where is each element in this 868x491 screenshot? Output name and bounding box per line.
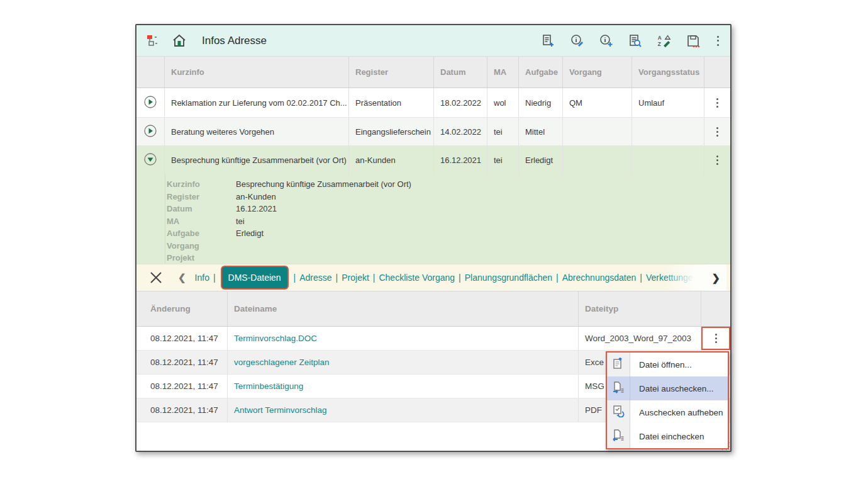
cell-vorgangsstatus: Umlauf — [632, 88, 704, 117]
tab-verkettungen[interactable]: Verkettungen — [646, 273, 698, 283]
infos-table-header: Kurzinfo Register Datum MA Aufgabe Vorga… — [136, 57, 730, 88]
cell-vorgang — [563, 146, 632, 174]
detail-label: Projekt — [136, 253, 236, 262]
add-info-icon[interactable] — [599, 33, 614, 48]
cell-vorgangsstatus — [632, 146, 704, 174]
cell-aenderung: 08.12.2021, 11:47 — [136, 398, 228, 422]
row-detail-panel: KurzinfoBesprechung künftige Zusammenarb… — [136, 174, 730, 264]
menu-item-label: Datei auschecken... — [630, 384, 714, 393]
file-open-icon — [612, 357, 625, 372]
row-actions-icon[interactable] — [714, 125, 721, 139]
file-link[interactable]: vorgeschlagener Zeitplan — [234, 358, 330, 367]
tab-separator: | — [294, 273, 296, 283]
cell-vorgang: QM — [563, 88, 632, 117]
tab-separator: | — [556, 273, 559, 283]
svg-text:A: A — [658, 35, 662, 41]
tab-dms-dateien[interactable]: DMS-Dateien — [221, 266, 289, 290]
files-table-header: Änderung Dateiname Dateityp — [136, 291, 730, 327]
close-icon[interactable] — [147, 268, 165, 287]
row-actions-icon[interactable] — [713, 331, 720, 346]
tab-projekt[interactable]: Projekt — [342, 273, 369, 283]
menu-item-datei-einchecken[interactable]: Datei einchecken — [607, 424, 728, 448]
detail-value: Erledigt — [236, 229, 264, 238]
col-dateiname[interactable]: Dateiname — [228, 291, 579, 327]
menu-item-label: Datei öffnen... — [630, 360, 692, 370]
save-icon[interactable] — [686, 33, 701, 48]
collapse-row-icon[interactable] — [143, 152, 157, 168]
row-actions-icon[interactable] — [714, 96, 721, 110]
col-aenderung[interactable]: Änderung — [136, 291, 228, 327]
cell-datum: 18.02.2022 — [434, 88, 487, 117]
checkout-undo-icon — [612, 405, 625, 420]
detail-label: Vorgang — [136, 241, 236, 251]
col-vorgang[interactable]: Vorgang — [563, 57, 632, 88]
window-titlebar: Infos Adresse — [136, 25, 730, 57]
add-record-icon[interactable] — [541, 33, 556, 48]
cell-register: an-Kunden — [349, 146, 434, 174]
cell-vorgang — [563, 118, 632, 145]
detail-value: tei — [236, 217, 245, 226]
table-row[interactable]: Beratung weiteres Vorgehen Eingangsliefe… — [136, 118, 730, 146]
detail-value: an-Kunden — [236, 192, 276, 201]
row-actions-icon[interactable] — [714, 153, 721, 167]
tab-separator: | — [373, 273, 376, 283]
svg-text:Z: Z — [658, 41, 661, 47]
cell-kurzinfo: Reklamation zur Lieferung vom 02.02.2017… — [165, 88, 349, 117]
detail-value: 16.12.2021 — [236, 204, 277, 213]
col-kurzinfo[interactable]: Kurzinfo — [165, 57, 349, 88]
col-aufgabe[interactable]: Aufgabe — [519, 57, 563, 88]
cell-datum: 14.02.2022 — [434, 118, 487, 145]
file-link[interactable]: Terminbestätigung — [234, 381, 303, 391]
file-checkin-icon — [612, 429, 625, 444]
cell-aufgabe: Niedrig — [519, 88, 563, 117]
menu-item-datei-auschecken[interactable]: Datei auschecken... — [607, 376, 728, 400]
col-vorgangsstatus[interactable]: Vorgangsstatus — [632, 57, 704, 88]
tab-planungsgrundflaechen[interactable]: Planungsgrundflächen — [465, 273, 552, 283]
col-actions — [701, 291, 730, 327]
cell-aenderung: 08.12.2021, 11:47 — [136, 375, 228, 398]
edit-info-icon[interactable] — [570, 33, 585, 48]
detail-label: Register — [136, 192, 236, 201]
detail-tabbar: ❮ Info | DMS-Dateien | Adresse | Projekt… — [136, 264, 730, 291]
cell-register: Eingangslieferschein — [349, 118, 434, 145]
cell-kurzinfo: Besprechung künftige Zusammenarbeit (vor… — [165, 146, 349, 174]
col-expand — [136, 57, 165, 88]
menu-item-auschecken-aufheben[interactable]: Auschecken aufheben — [607, 400, 728, 424]
expand-row-icon[interactable] — [143, 124, 157, 140]
col-ma[interactable]: MA — [487, 57, 519, 88]
tab-separator: | — [213, 273, 216, 283]
detail-label: Kurzinfo — [136, 179, 236, 189]
file-link[interactable]: Antwort Terminvorschlag — [234, 405, 327, 415]
file-row[interactable]: 08.12.2021, 11:47 Terminvorschlag.DOC Wo… — [136, 327, 730, 351]
table-row-expanded[interactable]: Besprechung künftige Zusammenarbeit (vor… — [136, 146, 730, 174]
tab-adresse[interactable]: Adresse — [299, 273, 331, 283]
cell-dateityp: Word_2003_Word_97_2003 — [579, 327, 701, 350]
home-icon[interactable] — [172, 33, 187, 48]
hierarchy-icon[interactable] — [145, 33, 160, 48]
chevron-left-icon[interactable]: ❮ — [169, 272, 195, 283]
overflow-menu-icon[interactable] — [715, 33, 721, 48]
tab-separator: | — [701, 273, 704, 283]
file-link[interactable]: Terminvorschlag.DOC — [234, 334, 317, 343]
infos-table: Kurzinfo Register Datum MA Aufgabe Vorga… — [136, 57, 730, 264]
tab-abrechnungsdaten[interactable]: Abrechnungsdaten — [562, 273, 637, 283]
cell-aenderung: 08.12.2021, 11:47 — [136, 351, 228, 374]
desktop-canvas: Infos Adresse — [0, 0, 868, 491]
chevron-right-icon[interactable]: ❯ — [706, 264, 726, 291]
menu-item-label: Auschecken aufheben — [630, 408, 723, 417]
sort-edit-icon[interactable]: A Z — [657, 33, 672, 48]
menu-item-datei-oeffnen[interactable]: Datei öffnen... — [607, 353, 728, 376]
col-dateityp[interactable]: Dateityp — [579, 291, 701, 327]
expand-row-icon[interactable] — [143, 95, 157, 111]
cell-aufgabe: Erledigt — [519, 146, 563, 174]
cell-kurzinfo: Beratung weiteres Vorgehen — [165, 118, 349, 145]
tab-separator: | — [336, 273, 338, 283]
tab-info[interactable]: Info — [195, 273, 209, 283]
table-row[interactable]: Reklamation zur Lieferung vom 02.02.2017… — [136, 88, 730, 118]
file-checkout-icon — [612, 381, 625, 396]
search-document-icon[interactable] — [628, 33, 643, 48]
col-register[interactable]: Register — [349, 57, 434, 88]
tabs-strip: Info | DMS-Dateien | Adresse | Projekt |… — [195, 266, 724, 290]
tab-checkliste-vorgang[interactable]: Checkliste Vorgang — [379, 273, 455, 283]
col-datum[interactable]: Datum — [434, 57, 487, 88]
